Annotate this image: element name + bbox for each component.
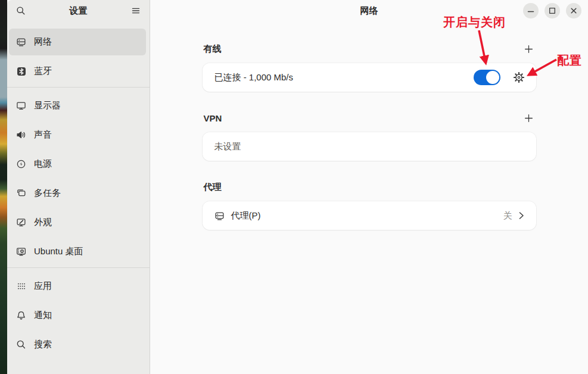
sidebar-item-appearance[interactable]: 外观 — [9, 209, 146, 236]
sidebar-item-sound[interactable]: 声音 — [9, 121, 146, 148]
settings-window: 设置 网络 — [7, 0, 588, 374]
wired-settings-button[interactable] — [514, 72, 524, 83]
sidebar-item-label: 外观 — [34, 217, 52, 228]
proxy-row[interactable]: 代理(P) 关 — [203, 201, 536, 230]
sidebar-item-search[interactable]: 搜索 — [9, 331, 146, 358]
sidebar-item-bluetooth[interactable]: 蓝牙 — [9, 58, 146, 85]
wired-connection-row: 已连接 - 1,000 Mb/s — [203, 63, 536, 92]
sidebar-item-label: 声音 — [34, 129, 52, 141]
bluetooth-icon — [16, 67, 26, 76]
sidebar: 设置 网络 — [7, 0, 150, 374]
sidebar-item-apps[interactable]: 应用 — [9, 273, 146, 300]
sidebar-title: 设置 — [7, 5, 150, 17]
display-icon — [16, 101, 26, 111]
power-icon — [16, 159, 26, 169]
plus-icon — [524, 113, 534, 123]
annotation-toggle-note: 开启与关闭 — [443, 14, 506, 30]
wired-section-title: 有线 — [204, 43, 222, 55]
vpn-section-title: VPN — [204, 113, 222, 123]
sidebar-item-label: Ubuntu 桌面 — [34, 246, 83, 257]
proxy-label: 代理(P) — [231, 210, 503, 222]
minimize-button[interactable] — [523, 3, 539, 18]
add-vpn-button[interactable] — [522, 112, 535, 124]
proxy-section-title: 代理 — [204, 182, 222, 193]
search-icon — [16, 339, 26, 350]
network-content: 有线 已连接 - 1,000 Mb/s — [203, 42, 536, 230]
sidebar-item-ubuntu-desktop[interactable]: Ubuntu 桌面 — [9, 238, 146, 265]
sidebar-item-label: 应用 — [34, 280, 52, 292]
vpn-status-label: 未设置 — [214, 141, 524, 152]
multitasking-icon — [16, 188, 26, 198]
sidebar-nav: 网络 蓝牙 — [7, 21, 150, 360]
sidebar-item-power[interactable]: 电源 — [9, 151, 146, 177]
sidebar-item-displays[interactable]: 显示器 — [9, 92, 146, 119]
sidebar-item-label: 网络 — [34, 36, 52, 48]
add-wired-connection-button[interactable] — [522, 43, 535, 55]
sidebar-item-notifications[interactable]: 通知 — [9, 302, 146, 329]
sidebar-item-label: 蓝牙 — [34, 66, 52, 77]
sidebar-separator — [7, 267, 150, 268]
chevron-right-icon — [518, 211, 524, 220]
proxy-status: 关 — [503, 210, 512, 222]
window-controls — [523, 3, 581, 18]
vpn-row: 未设置 — [203, 132, 536, 161]
desktop-wallpaper-strip — [0, 0, 7, 374]
page-title: 网络 — [150, 0, 588, 21]
maximize-button[interactable] — [545, 3, 560, 18]
annotation-configure-note: 配置 — [557, 52, 582, 68]
sidebar-header: 设置 — [7, 0, 150, 21]
wired-connection-label: 已连接 - 1,000 Mb/s — [214, 72, 474, 83]
apps-icon — [16, 282, 26, 291]
sidebar-item-label: 电源 — [34, 158, 52, 170]
sidebar-item-label: 显示器 — [34, 100, 61, 111]
wired-section: 有线 已连接 - 1,000 Mb/s — [203, 42, 536, 92]
sidebar-item-label: 多任务 — [34, 188, 61, 199]
plus-icon — [524, 44, 534, 54]
network-icon — [16, 37, 26, 47]
toggle-knob — [486, 71, 499, 84]
appearance-icon — [16, 217, 26, 227]
close-button[interactable] — [566, 3, 581, 18]
proxy-section: 代理 代理(P) — [203, 180, 536, 230]
search-icon[interactable] — [14, 4, 27, 17]
main-panel: 网络 — [150, 0, 588, 374]
sidebar-item-label: 搜索 — [34, 339, 52, 350]
gear-icon — [514, 72, 524, 83]
wired-toggle-switch[interactable] — [474, 70, 500, 85]
sidebar-item-label: 通知 — [34, 310, 52, 321]
sidebar-item-network[interactable]: 网络 — [9, 29, 146, 55]
network-icon — [214, 211, 225, 221]
sidebar-separator — [7, 87, 150, 88]
notifications-icon — [16, 310, 26, 320]
main-header: 网络 — [150, 0, 588, 21]
sidebar-item-multitasking[interactable]: 多任务 — [9, 180, 146, 207]
ubuntu-desktop-icon — [16, 247, 26, 257]
vpn-section: VPN 未设置 — [203, 111, 536, 161]
sound-icon — [16, 130, 26, 140]
hamburger-menu-icon[interactable] — [129, 4, 142, 17]
